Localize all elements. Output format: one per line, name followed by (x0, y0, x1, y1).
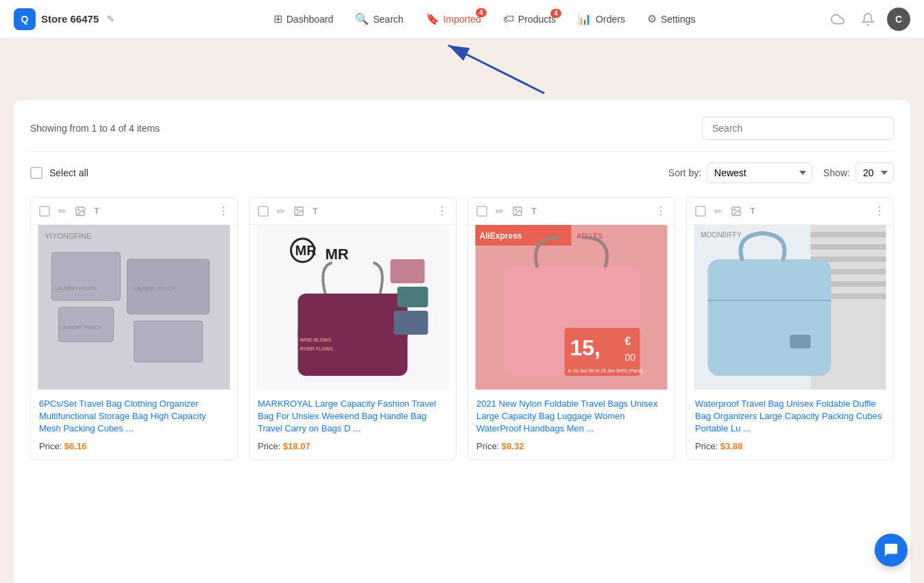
nav-links: ⊞ Dashboard 🔍 Search 🔖 Imported 4 🏷 Prod… (142, 7, 827, 31)
card-edit-icon-1[interactable]: ✏ (58, 206, 66, 217)
nav-item-settings[interactable]: ⚙ Settings (637, 7, 705, 31)
card-toolbar: ✏ T ⋮ (250, 198, 456, 225)
svg-rect-22 (398, 287, 428, 307)
sort-by-label: Sort by: (668, 167, 701, 178)
product-image-3: AliExpress AELLES 15, € 00 le 20 Jan 9h … (468, 225, 674, 390)
product-image-1: YIYONGFINE LAUNDRY POUCH LAUNDRY POUCH L… (31, 225, 237, 390)
select-all-checkbox[interactable] (30, 167, 42, 179)
nav-label-settings: Settings (661, 14, 696, 25)
svg-text:AliExpress: AliExpress (480, 231, 522, 241)
svg-point-39 (734, 209, 735, 210)
card-checkbox-3[interactable] (476, 206, 487, 217)
toolbar-bottom: Select all Sort by: Newest Oldest Price:… (30, 163, 894, 183)
orders-icon: 📊 (578, 12, 592, 25)
svg-rect-44 (811, 244, 886, 250)
price-value-1: $6.16 (64, 441, 87, 451)
svg-rect-23 (394, 311, 428, 335)
svg-text:LAUNDRY POUCH: LAUNDRY POUCH (60, 325, 101, 330)
product-image-2: MR MR WIND BLOWS RIVER FLOWS (250, 225, 456, 390)
card-dots-2[interactable]: ⋮ (437, 204, 448, 217)
card-edit-icon-4[interactable]: ✏ (714, 206, 722, 217)
show-select[interactable]: 20 40 60 80 (855, 163, 894, 183)
card-text-icon-4[interactable]: T (750, 206, 755, 216)
price-value-4: $3.88 (720, 441, 743, 451)
product-price-3: Price: $8.32 (476, 441, 666, 451)
svg-text:WIND BLOWS: WIND BLOWS (300, 337, 332, 342)
content-card: Showing from 1 to 4 of 4 items Select al… (14, 100, 910, 583)
card-dots-4[interactable]: ⋮ (874, 204, 885, 217)
products-icon: 🏷 (503, 13, 514, 25)
nav-item-search[interactable]: 🔍 Search (345, 7, 413, 31)
nav-label-search: Search (373, 14, 403, 25)
svg-point-27 (515, 209, 517, 210)
cloud-icon-btn[interactable] (827, 8, 849, 30)
product-price-2: Price: $18.07 (258, 441, 448, 451)
svg-rect-7 (59, 307, 114, 342)
svg-rect-49 (708, 259, 831, 376)
card-image-icon-3[interactable] (512, 206, 523, 217)
product-card: ✏ T ⋮ AliExpress AELLES 15, € 00 (467, 197, 675, 460)
annotation-arrow-svg (407, 38, 613, 100)
brand-name: Store 66475 (41, 13, 99, 25)
svg-rect-43 (811, 232, 886, 237)
product-info-1: 6PCs/Set Travel Bag Clothing Organizer M… (31, 390, 237, 460)
price-value-3: $8.32 (502, 441, 524, 451)
user-avatar[interactable]: C (887, 8, 910, 31)
svg-text:15,: 15, (570, 335, 600, 360)
nav-item-orders[interactable]: 📊 Orders (568, 7, 635, 31)
select-all-wrap: Select all (30, 167, 88, 179)
card-image-icon-2[interactable] (293, 206, 304, 217)
nav-label-dashboard: Dashboard (287, 14, 334, 25)
card-image-icon-4[interactable] (731, 206, 742, 217)
product-title-4[interactable]: Waterproof Travel Bag Unisex Foldable Du… (695, 398, 885, 436)
card-edit-icon-2[interactable]: ✏ (277, 206, 285, 217)
settings-icon: ⚙ (647, 12, 657, 25)
chat-button[interactable] (875, 534, 908, 567)
product-info-3: 2021 New Nylon Foldable Travel Bags Unis… (468, 390, 674, 460)
svg-text:LAUNDRY POUCH: LAUNDRY POUCH (134, 286, 175, 291)
product-card: ✏ T ⋮ MOONBIFFY (686, 197, 894, 460)
product-title-3[interactable]: 2021 New Nylon Foldable Travel Bags Unis… (476, 398, 666, 436)
svg-rect-21 (391, 259, 425, 283)
card-text-icon-1[interactable]: T (94, 206, 99, 216)
card-checkbox-4[interactable] (695, 206, 706, 217)
product-info-4: Waterproof Travel Bag Unisex Foldable Du… (687, 390, 893, 460)
nav-item-imported[interactable]: 🔖 Imported 4 (416, 7, 491, 31)
svg-line-1 (448, 45, 544, 93)
search-nav-icon: 🔍 (355, 12, 369, 25)
navbar: Q Store 66475 ✎ ⊞ Dashboard 🔍 Search 🔖 I… (0, 0, 924, 38)
card-checkbox-2[interactable] (258, 206, 269, 217)
svg-text:MR: MR (295, 243, 317, 258)
card-text-icon-2[interactable]: T (313, 206, 318, 216)
product-price-4: Price: $3.88 (695, 441, 885, 451)
brand[interactable]: Q Store 66475 ✎ (14, 8, 114, 30)
select-all-label: Select all (49, 167, 88, 178)
search-input[interactable] (702, 117, 894, 140)
sort-by-select[interactable]: Newest Oldest Price: Low to High Price: … (707, 163, 812, 183)
card-toolbar: ✏ T ⋮ (687, 198, 893, 225)
svg-rect-20 (298, 294, 408, 376)
nav-item-products[interactable]: 🏷 Products 4 (494, 8, 566, 31)
product-title-1[interactable]: 6PCs/Set Travel Bag Clothing Organizer M… (39, 398, 229, 436)
product-card: ✏ T ⋮ YIYONGFINE LAUNDRY POUCH LAUNDRY P… (30, 197, 238, 460)
card-image-icon-1[interactable] (75, 206, 86, 217)
price-value-2: $18.07 (283, 441, 311, 451)
card-toolbar: ✏ T ⋮ (31, 198, 237, 225)
svg-point-14 (297, 209, 298, 210)
show-group: Show: 20 40 60 80 (823, 163, 894, 183)
svg-point-3 (78, 209, 80, 210)
card-checkbox-1[interactable] (39, 206, 50, 217)
product-grid: ✏ T ⋮ YIYONGFINE LAUNDRY POUCH LAUNDRY P… (30, 197, 894, 460)
card-dots-3[interactable]: ⋮ (655, 204, 666, 217)
svg-text:le 20 Jan 9h et 25 Jan 8h59 (P: le 20 Jan 9h et 25 Jan 8h59 (Paris) (568, 368, 643, 374)
sort-by-group: Sort by: Newest Oldest Price: Low to Hig… (668, 163, 812, 183)
card-text-icon-3[interactable]: T (531, 206, 537, 216)
product-title-2[interactable]: MARKROYAL Large Capacity Fashion Travel … (258, 398, 448, 436)
nav-item-dashboard[interactable]: ⊞ Dashboard (264, 7, 343, 31)
imported-badge: 4 (476, 8, 487, 17)
brand-edit-icon[interactable]: ✎ (107, 14, 114, 24)
card-edit-icon-3[interactable]: ✏ (496, 206, 504, 217)
divider (30, 151, 894, 152)
notification-icon-btn[interactable] (857, 8, 879, 30)
card-dots-1[interactable]: ⋮ (218, 204, 229, 217)
